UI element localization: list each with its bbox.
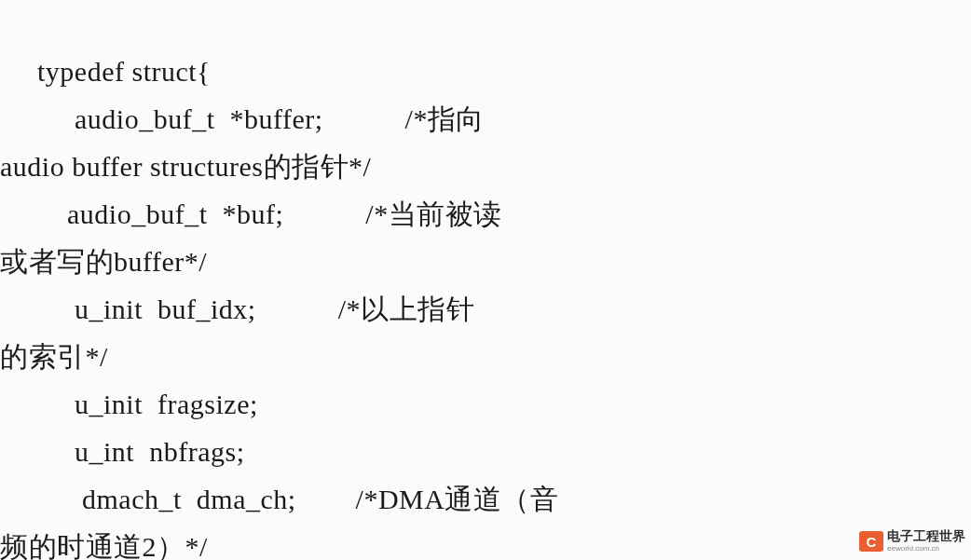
code-line-2-code: audio_buf_t *buffer;	[0, 103, 323, 134]
code-line-10-comment: /*DMA通道（音	[356, 484, 559, 514]
watermark-text: 电子工程世界 eeworld.com.cn	[887, 530, 965, 553]
code-line-4-code: audio_buf_t *buf;	[0, 198, 283, 229]
watermark-logo-letter: C	[867, 534, 877, 550]
code-line-5: 或者写的buffer*/	[0, 246, 207, 277]
code-line-6-code: u_init buf_idx;	[0, 294, 256, 324]
code-line-9: u_int nbfrags;	[0, 436, 244, 467]
code-line-4-comment: /*当前被读	[365, 198, 501, 229]
watermark-logo-icon: C	[859, 531, 883, 552]
code-line-11: 频的时通道2）*/	[0, 531, 208, 560]
code-line-10-code: dmach_t dma_ch;	[0, 484, 296, 514]
watermark-title: 电子工程世界	[887, 530, 965, 543]
code-line-2-comment: /*指向	[405, 103, 485, 134]
code-line-3: audio buffer structures的指针*/	[0, 151, 371, 182]
code-line-1: typedef struct{	[0, 56, 211, 87]
code-line-6-comment: /*以上指针	[338, 294, 474, 324]
code-line-8: u_init fragsize;	[0, 389, 258, 419]
code-block: typedef struct{ audio_buf_t *buffer; /*指…	[0, 0, 971, 560]
watermark-sub: eeworld.com.cn	[887, 545, 965, 553]
site-watermark: C 电子工程世界 eeworld.com.cn	[859, 530, 965, 553]
code-line-7: 的索引*/	[0, 341, 108, 372]
